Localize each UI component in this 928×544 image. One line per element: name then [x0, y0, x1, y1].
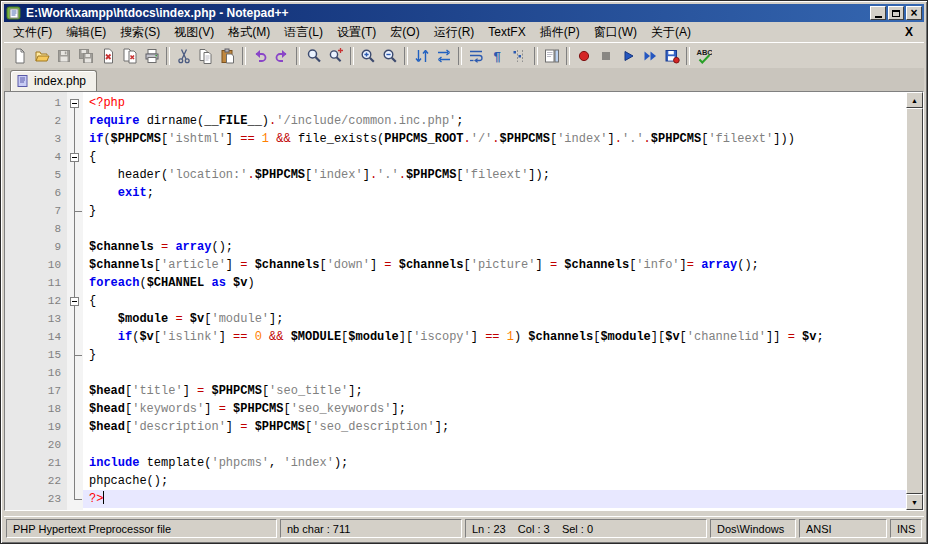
menu-item-textfx[interactable]: TextFX: [481, 23, 532, 41]
sync-vertical-button[interactable]: [411, 45, 433, 67]
open-file-icon: [34, 48, 50, 64]
menu-item-language[interactable]: 语言(L): [277, 22, 330, 43]
line-number: 17: [17, 382, 67, 400]
close-all-button[interactable]: [119, 45, 141, 67]
code-line[interactable]: [83, 436, 906, 454]
new-file-icon: [12, 48, 28, 64]
code-line[interactable]: $head['description'] = $PHPCMS['seo_desc…: [83, 418, 906, 436]
close-file-button[interactable]: [97, 45, 119, 67]
undo-button[interactable]: [249, 45, 271, 67]
code-line[interactable]: }: [83, 202, 906, 220]
redo-button[interactable]: [271, 45, 293, 67]
tab-index-php[interactable]: index.php: [10, 70, 97, 91]
menu-item-view[interactable]: 视图(V): [167, 22, 221, 43]
code-line[interactable]: if($v['islink'] == 0 && $MODULE[$module]…: [83, 328, 906, 346]
menu-item-file[interactable]: 文件(F): [6, 22, 59, 43]
close-document-button[interactable]: X: [896, 25, 922, 39]
code-line[interactable]: {: [83, 148, 906, 166]
indent-guide-button[interactable]: [509, 45, 531, 67]
code-line[interactable]: $channels = array();: [83, 238, 906, 256]
spell-check-button[interactable]: ABC: [693, 45, 715, 67]
scroll-up-button[interactable]: ▲: [906, 92, 923, 108]
redo-icon: [274, 48, 290, 64]
doc-map-button[interactable]: [541, 45, 563, 67]
copy-button[interactable]: [195, 45, 217, 67]
code-line[interactable]: $head['title'] = $PHPCMS['seo_title'];: [83, 382, 906, 400]
open-file-button[interactable]: [31, 45, 53, 67]
sync-h-icon: [436, 48, 452, 64]
fold-collapse-marker[interactable]: [67, 292, 83, 310]
line-number-margin: 1234567891011121314151617181920212223: [17, 92, 67, 510]
window-title: E:\Work\xampp\htdocs\index.php - Notepad…: [26, 6, 870, 20]
zoom-out-button[interactable]: [379, 45, 401, 67]
new-file-button[interactable]: [9, 45, 31, 67]
code-line[interactable]: [83, 364, 906, 382]
record-macro-button[interactable]: [573, 45, 595, 67]
play-macro-button[interactable]: [617, 45, 639, 67]
code-line[interactable]: $head['keywords'] = $PHPCMS['seo_keyword…: [83, 400, 906, 418]
replace-button[interactable]: [325, 45, 347, 67]
code-line[interactable]: [83, 220, 906, 238]
toolbar-separator: [166, 47, 170, 65]
print-button[interactable]: [141, 45, 163, 67]
menu-item-plugins[interactable]: 插件(P): [533, 22, 587, 43]
tab-label: index.php: [34, 74, 86, 88]
code-line[interactable]: {: [83, 292, 906, 310]
toolbar-separator: [404, 47, 408, 65]
line-number: 20: [17, 436, 67, 454]
save-macro-button[interactable]: [661, 45, 683, 67]
code-line[interactable]: exit;: [83, 184, 906, 202]
bookmark-margin: [5, 92, 17, 510]
fold-collapse-marker[interactable]: [67, 148, 83, 166]
text-caret: [103, 491, 104, 504]
fold-margin-cell: [67, 256, 83, 274]
cut-button[interactable]: [173, 45, 195, 67]
paste-button[interactable]: [217, 45, 239, 67]
menu-item-window[interactable]: 窗口(W): [587, 22, 644, 43]
close-all-icon: [122, 48, 138, 64]
close-button[interactable]: ×: [906, 6, 922, 20]
code-line[interactable]: phpcache();: [83, 472, 906, 490]
notepadpp-window: E:\Work\xampp\htdocs\index.php - Notepad…: [0, 0, 928, 544]
code-line-current[interactable]: ?>: [83, 490, 906, 508]
maximize-button[interactable]: [888, 6, 904, 20]
code-line[interactable]: $module = $v['module'];: [83, 310, 906, 328]
fold-margin-cell: [67, 364, 83, 382]
find-icon: [306, 48, 322, 64]
code-line[interactable]: header('location:'.$PHPCMS['index'].'.'.…: [83, 166, 906, 184]
menu-item-run[interactable]: 运行(R): [427, 22, 482, 43]
code-line[interactable]: <?php: [83, 94, 906, 112]
code-line[interactable]: $channels['article'] = $channels['down']…: [83, 256, 906, 274]
sync-horizontal-button[interactable]: [433, 45, 455, 67]
vertical-scrollbar[interactable]: ▲ ▼: [906, 92, 923, 510]
zoom-in-button[interactable]: [357, 45, 379, 67]
show-all-chars-button[interactable]: ¶: [487, 45, 509, 67]
tab-file-icon: [16, 74, 30, 88]
menu-item-settings[interactable]: 设置(T): [330, 22, 383, 43]
menu-item-edit[interactable]: 编辑(E): [59, 22, 113, 43]
code-line[interactable]: foreach($CHANNEL as $v): [83, 274, 906, 292]
title-bar[interactable]: E:\Work\xampp\htdocs\index.php - Notepad…: [4, 4, 924, 22]
menu-item-about[interactable]: 关于(A): [644, 22, 698, 43]
code-line[interactable]: require dirname(__FILE__).'/include/comm…: [83, 112, 906, 130]
minimize-button[interactable]: [870, 6, 886, 20]
run-macro-multiple-button[interactable]: [639, 45, 661, 67]
menu-item-macro[interactable]: 宏(O): [383, 22, 426, 43]
fold-collapse-marker[interactable]: [67, 94, 83, 112]
scroll-down-button[interactable]: ▼: [906, 494, 923, 510]
code-area[interactable]: <?phprequire dirname(__FILE__).'/include…: [83, 92, 906, 510]
code-line[interactable]: }: [83, 346, 906, 364]
code-line[interactable]: if($PHPCMS['ishtml'] == 1 && file_exists…: [83, 130, 906, 148]
notepadpp-icon: [6, 5, 22, 21]
line-number: 23: [17, 490, 67, 508]
zoom-in-icon: [360, 48, 376, 64]
line-number: 7: [17, 202, 67, 220]
fold-margin-cell: [67, 310, 83, 328]
menu-item-search[interactable]: 搜索(S): [113, 22, 167, 43]
word-wrap-button[interactable]: [465, 45, 487, 67]
menu-item-encoding[interactable]: 格式(M): [221, 22, 277, 43]
find-button[interactable]: [303, 45, 325, 67]
scrollbar-thumb[interactable]: [906, 108, 923, 494]
code-line[interactable]: include template('phpcms', 'index');: [83, 454, 906, 472]
line-number: 18: [17, 400, 67, 418]
